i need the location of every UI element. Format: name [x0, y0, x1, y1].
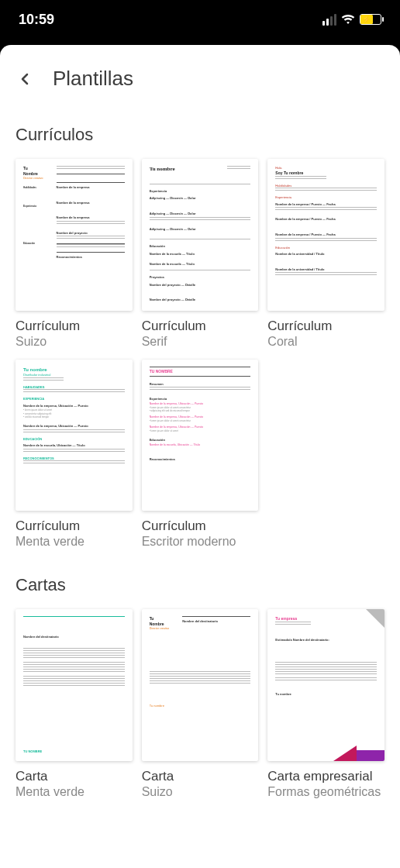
template-subtitle: Menta verde [16, 535, 133, 549]
template-subtitle: Suizo [16, 335, 133, 349]
wifi-icon [341, 14, 355, 25]
back-button[interactable] [16, 70, 34, 88]
section-title-curriculos: Currículos [16, 98, 384, 159]
page-title: Plantillas [53, 67, 133, 91]
section-title-cartas: Cartas [16, 549, 384, 609]
template-title: Currículum [142, 518, 259, 534]
signal-icon [322, 14, 336, 26]
template-thumbnail: Tu empresa Estimado/a Nombre del destina… [267, 609, 384, 761]
template-thumbnail: Tu nombre Diseñador industrial HABILIDAD… [16, 360, 133, 512]
status-time: 10:59 [19, 12, 54, 28]
template-subtitle: Serif [142, 335, 259, 349]
template-subtitle: Formas geométricas [267, 785, 384, 799]
templates-sheet: Plantillas Currículos Tu Nombre Director… [0, 45, 400, 868]
template-curriculum-suizo[interactable]: Tu Nombre Director creativo Habilidades … [16, 159, 133, 349]
template-title: Currículum [267, 319, 384, 334]
template-subtitle: Coral [267, 335, 384, 349]
template-carta-empresarial-geometricas[interactable]: Tu empresa Estimado/a Nombre del destina… [267, 609, 384, 799]
template-curriculum-escritor-moderno[interactable]: TU NOMBRE Resumen Experiencia Nombre de … [142, 360, 259, 549]
template-carta-menta-verde[interactable]: Nombre del destinatario TU NOMBRE Carta … [16, 609, 133, 799]
template-title: Carta [16, 769, 133, 784]
battery-icon: ⚡ [360, 14, 381, 25]
template-thumbnail: Nombre del destinatario TU NOMBRE [16, 609, 133, 761]
template-carta-suizo[interactable]: Tu Nombre Director creativo Nombre del d… [142, 609, 259, 799]
templates-grid-cartas: Nombre del destinatario TU NOMBRE Carta … [16, 609, 384, 799]
template-subtitle: Escritor moderno [142, 535, 259, 549]
header: Plantillas [16, 45, 384, 98]
template-thumbnail: Tu Nombre Director creativo Habilidades … [16, 159, 133, 311]
status-icons: ⚡ [322, 14, 381, 26]
template-curriculum-coral[interactable]: Hola Soy Tu nombre Habilidades Experienc… [267, 159, 384, 349]
template-title: Carta [142, 769, 259, 784]
template-title: Carta empresarial [267, 769, 384, 784]
template-curriculum-serif[interactable]: Tu nombre Experiencia Adipiscing — Dioce… [142, 159, 259, 349]
status-bar: 10:59 ⚡ [0, 0, 400, 39]
template-thumbnail: Hola Soy Tu nombre Habilidades Experienc… [267, 159, 384, 311]
template-subtitle: Menta verde [16, 785, 133, 799]
template-title: Currículum [16, 319, 133, 334]
template-title: Currículum [16, 518, 133, 534]
template-thumbnail: Tu nombre Experiencia Adipiscing — Dioce… [142, 159, 259, 311]
template-curriculum-menta-verde[interactable]: Tu nombre Diseñador industrial HABILIDAD… [16, 360, 133, 549]
template-title: Currículum [142, 319, 259, 334]
templates-grid-curriculos: Tu Nombre Director creativo Habilidades … [16, 159, 384, 549]
template-thumbnail: Tu Nombre Director creativo Nombre del d… [142, 609, 259, 761]
template-thumbnail: TU NOMBRE Resumen Experiencia Nombre de … [142, 360, 259, 512]
template-subtitle: Suizo [142, 785, 259, 799]
